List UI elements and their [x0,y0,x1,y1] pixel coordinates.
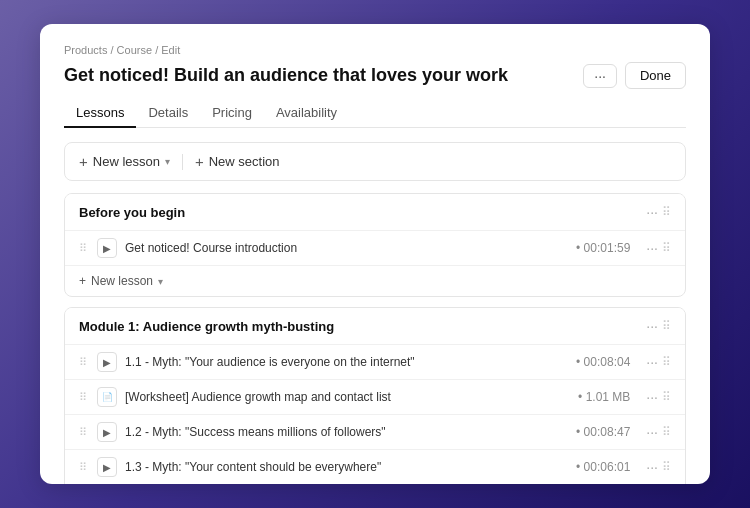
section-drag-handle[interactable]: ⠿ [662,319,671,333]
lesson-more-button[interactable]: ··· [646,240,658,256]
lesson-type-icon: ▶ [97,352,117,372]
lesson-duration: • 00:08:47 [576,425,630,439]
section-title: Before you begin [79,205,185,220]
lesson-more-button[interactable]: ··· [646,459,658,475]
lesson-name: 1.3 - Myth: "Your content should be ever… [125,460,568,474]
section-before-you-begin: Before you begin ··· ⠿ ⠿ ▶ Get noticed! … [64,193,686,297]
add-lesson-row: + New lesson ▾ [65,265,685,296]
lesson-actions: ··· ⠿ [646,389,671,405]
tab-pricing[interactable]: Pricing [200,99,264,128]
lesson-actions: ··· ⠿ [646,240,671,256]
lesson-duration: • 00:08:04 [576,355,630,369]
lesson-actions: ··· ⠿ [646,354,671,370]
lesson-row: ⠿ 📄 [Worksheet] Audience growth map and … [65,379,685,414]
lesson-type-icon: ▶ [97,238,117,258]
toolbar-divider [182,154,183,170]
lesson-drag-icon[interactable]: ⠿ [662,355,671,369]
page-title: Get noticed! Build an audience that love… [64,65,508,86]
lesson-drag-handle[interactable]: ⠿ [79,426,89,439]
lesson-more-button[interactable]: ··· [646,424,658,440]
section-actions: ··· ⠿ [646,318,671,334]
section-header: Before you begin ··· ⠿ [65,194,685,230]
lesson-duration: • 00:01:59 [576,241,630,255]
lesson-drag-handle[interactable]: ⠿ [79,461,89,474]
lesson-drag-handle[interactable]: ⠿ [79,356,89,369]
lesson-drag-icon[interactable]: ⠿ [662,241,671,255]
chevron-down-icon: ▾ [158,276,163,287]
lesson-row: ⠿ ▶ Get noticed! Course introduction • 0… [65,230,685,265]
plus-icon: + [79,153,88,170]
lesson-name: Get noticed! Course introduction [125,241,568,255]
add-lesson-inline-button[interactable]: + New lesson ▾ [79,274,163,288]
lesson-drag-icon[interactable]: ⠿ [662,460,671,474]
header-actions: ··· Done [583,62,686,89]
lesson-type-icon: ▶ [97,422,117,442]
tab-availability[interactable]: Availability [264,99,349,128]
new-section-button[interactable]: + New section [195,153,280,170]
lesson-name: 1.1 - Myth: "Your audience is everyone o… [125,355,568,369]
new-lesson-button[interactable]: + New lesson ▾ [79,153,170,170]
lesson-duration: • 00:06:01 [576,460,630,474]
lesson-row: ⠿ ▶ 1.1 - Myth: "Your audience is everyo… [65,344,685,379]
section-drag-handle[interactable]: ⠿ [662,205,671,219]
section-more-button[interactable]: ··· [646,318,658,334]
section-title: Module 1: Audience growth myth-busting [79,319,334,334]
lesson-drag-handle[interactable]: ⠿ [79,242,89,255]
done-button[interactable]: Done [625,62,686,89]
lesson-type-icon: 📄 [97,387,117,407]
main-card: Products / Course / Edit Get noticed! Bu… [40,24,710,484]
lesson-more-button[interactable]: ··· [646,354,658,370]
section-header: Module 1: Audience growth myth-busting ·… [65,308,685,344]
section-more-button[interactable]: ··· [646,204,658,220]
breadcrumb: Products / Course / Edit [64,44,686,56]
lesson-size: • 1.01 MB [578,390,630,404]
lesson-name: [Worksheet] Audience growth map and cont… [125,390,570,404]
lesson-actions: ··· ⠿ [646,424,671,440]
section-actions: ··· ⠿ [646,204,671,220]
lesson-row: ⠿ ▶ 1.3 - Myth: "Your content should be … [65,449,685,484]
lesson-drag-icon[interactable]: ⠿ [662,390,671,404]
lesson-drag-handle[interactable]: ⠿ [79,391,89,404]
lesson-drag-icon[interactable]: ⠿ [662,425,671,439]
tabs-bar: Lessons Details Pricing Availability [64,99,686,128]
chevron-down-icon: ▾ [165,156,170,167]
lesson-name: 1.2 - Myth: "Success means millions of f… [125,425,568,439]
more-options-button[interactable]: ··· [583,64,617,88]
section-module-1: Module 1: Audience growth myth-busting ·… [64,307,686,484]
toolbar: + New lesson ▾ + New section [64,142,686,181]
tab-details[interactable]: Details [136,99,200,128]
plus-icon: + [195,153,204,170]
lesson-more-button[interactable]: ··· [646,389,658,405]
lesson-actions: ··· ⠿ [646,459,671,475]
tab-lessons[interactable]: Lessons [64,99,136,128]
plus-icon: + [79,274,86,288]
lesson-type-icon: ▶ [97,457,117,477]
lesson-row: ⠿ ▶ 1.2 - Myth: "Success means millions … [65,414,685,449]
header-row: Get noticed! Build an audience that love… [64,62,686,89]
